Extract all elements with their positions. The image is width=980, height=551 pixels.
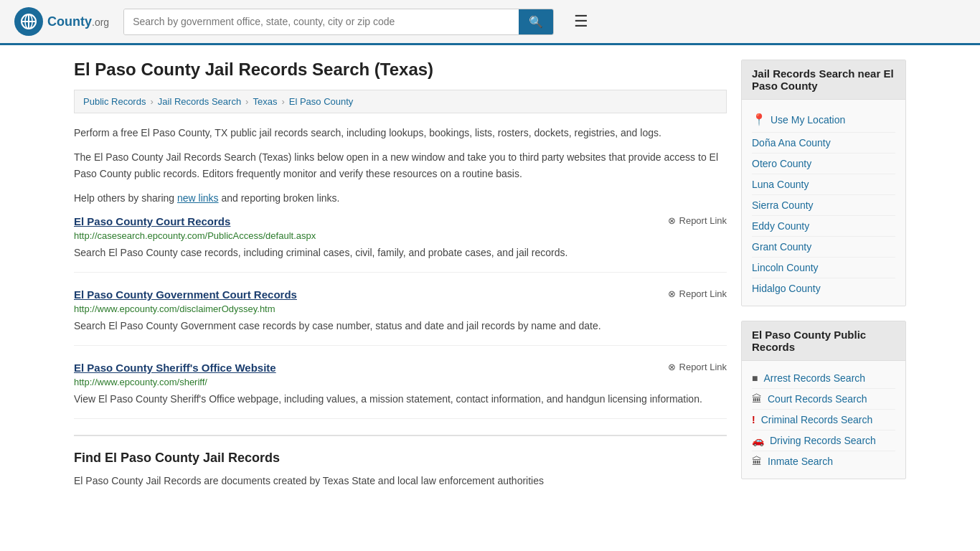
driving-records-icon: 🚗 [752,435,764,446]
hamburger-menu-button[interactable]: ☰ [568,9,594,34]
nearby-county-6: Lincoln County [752,258,895,278]
sidebar: Jail Records Search near El Paso County … [741,60,906,497]
nearby-county-2: Luna County [752,174,895,195]
nearby-county-0: Doña Ana County [752,133,895,154]
find-section: Find El Paso County Jail Records El Paso… [74,435,727,489]
use-location-item[interactable]: 📍 Use My Location [752,107,895,133]
breadcrumb-jail-records-search[interactable]: Jail Records Search [158,96,241,107]
report-link-button-0[interactable]: ⊗ Report Link [668,215,727,226]
arrest-records-link[interactable]: Arrest Records Search [763,372,865,384]
nearby-county-1: Otero County [752,154,895,174]
criminal-records-link[interactable]: Criminal Records Search [761,414,873,425]
record-desc-2: View El Paso County Sheriff's Office web… [74,392,727,407]
nearby-box-content: 📍 Use My Location Doña Ana County Otero … [742,100,905,306]
court-records-link[interactable]: Court Records Search [768,393,867,405]
intro-para3: Help others by sharing new links and rep… [74,190,727,206]
page-title: El Paso County Jail Records Search (Texa… [74,60,727,80]
record-header-0: El Paso County Court Records ⊗ Report Li… [74,215,727,227]
public-records-box-content: ■ Arrest Records Search 🏛 Court Records … [742,361,905,479]
breadcrumb-el-paso-county[interactable]: El Paso County [289,96,354,107]
nearby-box: Jail Records Search near El Paso County … [741,60,906,306]
public-record-1: 🏛 Court Records Search [752,389,895,410]
breadcrumb-public-records[interactable]: Public Records [83,96,146,107]
find-title: Find El Paso County Jail Records [74,451,727,466]
inmate-search-link[interactable]: Inmate Search [768,456,833,467]
site-header: County.org 🔍 ☰ [0,0,980,45]
nearby-county-3: Sierra County [752,195,895,216]
record-block-1: El Paso County Government Court Records … [74,288,727,346]
content-area: El Paso County Jail Records Search (Texa… [74,60,727,497]
record-header-1: El Paso County Government Court Records … [74,288,727,301]
record-url-0: http://casesearch.epcounty.com/PublicAcc… [74,230,727,241]
breadcrumb-texas[interactable]: Texas [253,96,277,107]
nearby-box-header: Jail Records Search near El Paso County [742,60,905,100]
public-record-0: ■ Arrest Records Search [752,368,895,389]
nearby-county-5: Grant County [752,237,895,258]
criminal-records-icon: ! [752,414,755,425]
record-desc-0: Search El Paso County case records, incl… [74,245,727,260]
nearby-county-7: Hidalgo County [752,278,895,298]
location-pin-icon: 📍 [752,113,766,126]
record-block-2: El Paso County Sheriff's Office Website … [74,362,727,419]
public-record-2: ! Criminal Records Search [752,410,895,430]
nearby-county-4: Eddy County [752,216,895,237]
logo-icon [14,7,43,36]
logo-text: County.org [47,14,109,29]
public-record-3: 🚗 Driving Records Search [752,430,895,451]
search-input[interactable] [124,9,519,34]
record-desc-1: Search El Paso County Government case re… [74,319,727,334]
record-url-2: http://www.epcounty.com/sheriff/ [74,377,727,387]
breadcrumb: Public Records › Jail Records Search › T… [74,90,727,113]
inmate-search-icon: 🏛 [752,456,762,467]
record-title-1[interactable]: El Paso County Government Court Records [74,288,297,301]
record-url-1: http://www.epcounty.com/disclaimerOdysse… [74,303,727,314]
record-block-0: El Paso County Court Records ⊗ Report Li… [74,215,727,273]
arrest-records-icon: ■ [752,372,758,384]
find-desc: El Paso County Jail Records are document… [74,473,727,489]
site-logo[interactable]: County.org [14,7,109,36]
search-bar: 🔍 [123,9,554,35]
record-title-2[interactable]: El Paso County Sheriff's Office Website [74,362,276,374]
report-link-button-2[interactable]: ⊗ Report Link [668,362,727,372]
record-title-0[interactable]: El Paso County Court Records [74,215,230,227]
public-records-box-header: El Paso County Public Records [742,321,905,361]
new-links-link[interactable]: new links [177,192,219,204]
record-header-2: El Paso County Sheriff's Office Website … [74,362,727,374]
intro-para2: The El Paso County Jail Records Search (… [74,149,727,182]
intro-para1: Perform a free El Paso County, TX public… [74,125,727,141]
court-records-icon: 🏛 [752,393,762,405]
public-record-4: 🏛 Inmate Search [752,451,895,471]
search-button[interactable]: 🔍 [519,9,553,34]
driving-records-link[interactable]: Driving Records Search [770,435,876,446]
report-link-button-1[interactable]: ⊗ Report Link [668,288,727,299]
public-records-box: El Paso County Public Records ■ Arrest R… [741,321,906,479]
main-container: El Paso County Jail Records Search (Texa… [60,45,920,512]
